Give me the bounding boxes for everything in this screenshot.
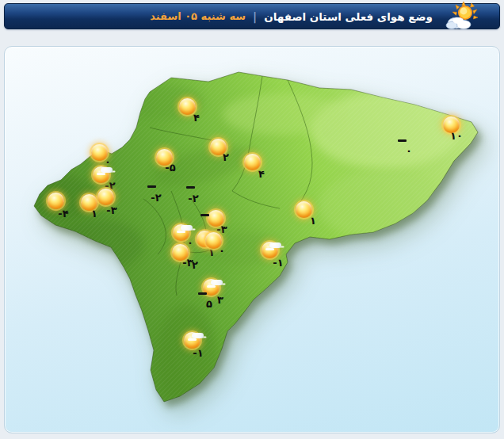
stations-layer: ۴۱۰۲-۵۴۰۰-۲-۴۱-۳-۲-۲-۳۰۱۰-۳۱-۱۳۵-۱۲ — [5, 47, 500, 433]
cloud-puff — [269, 242, 281, 248]
sun-icon[interactable] — [97, 189, 114, 205]
title-separator: | — [253, 10, 257, 23]
temperature-label: ۰ — [219, 246, 225, 256]
date-label: سه شنبه ۰۵ اسفند — [150, 10, 246, 22]
province-map: ۴۱۰۲-۵۴۰۰-۲-۴۱-۳-۲-۲-۳۰۱۰-۳۱-۱۳۵-۱۲ — [5, 47, 500, 433]
temperature-label: ۲ — [223, 152, 229, 162]
temperature-label: ۱ — [310, 216, 316, 226]
temperature-label: -۱ — [193, 348, 203, 358]
dash-icon[interactable] — [147, 185, 156, 188]
temperature-label: ۰ — [105, 157, 111, 167]
temperature-label: ۳ — [217, 295, 223, 305]
page-title: وضع هوای فعلی استان اصفهان — [264, 10, 433, 23]
cloud-puff — [101, 167, 113, 173]
temperature-label: -۳ — [216, 224, 227, 235]
temperature-label: -۲ — [188, 193, 198, 204]
cloud-puff — [192, 333, 204, 338]
dash-icon[interactable] — [186, 186, 195, 189]
dash-icon[interactable] — [198, 292, 207, 295]
dash-icon[interactable] — [398, 139, 407, 142]
temperature-label: ۱۰ — [450, 131, 463, 141]
temperature-label: -۱ — [273, 258, 283, 268]
temperature-label: -۵ — [165, 162, 175, 173]
dash-icon[interactable] — [200, 214, 209, 216]
temperature-label: ۴ — [193, 113, 200, 123]
sun-cloud-icon — [442, 1, 479, 34]
temperature-label: ۲ — [192, 260, 198, 270]
temperature-label: ۰ — [406, 146, 412, 156]
cloud-puff — [181, 225, 193, 231]
cloud-puff — [211, 280, 223, 285]
temperature-label: ۵ — [206, 299, 212, 309]
temperature-label: -۳ — [106, 205, 116, 216]
temperature-label: -۴ — [58, 208, 68, 219]
temperature-label: ۱ — [91, 208, 97, 219]
temperature-label: -۲ — [151, 193, 161, 203]
header-bar: وضع هوای فعلی استان اصفهان | سه شنبه ۰۵ … — [4, 3, 500, 29]
map-panel: ۴۱۰۲-۵۴۰۰-۲-۴۱-۳-۲-۲-۳۰۱۰-۳۱-۱۳۵-۱۲ — [4, 46, 500, 433]
temperature-label: ۴ — [258, 169, 265, 179]
weather-page: { "header": { "title": "وضع هوای فعلی اس… — [0, 0, 504, 439]
temperature-label: ۰ — [187, 238, 193, 248]
